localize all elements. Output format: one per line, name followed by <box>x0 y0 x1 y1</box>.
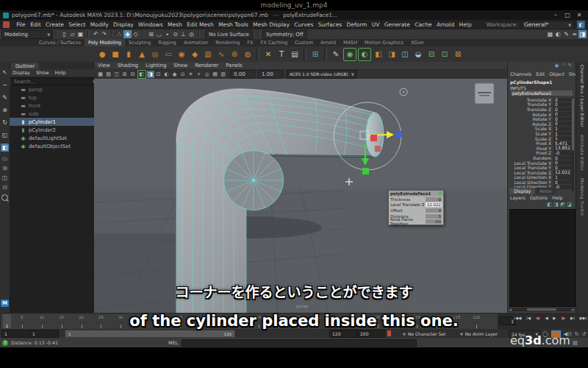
poly-pipe-icon[interactable]: ▥ <box>202 49 214 60</box>
construction-plane-icon[interactable]: ⊞ <box>309 49 321 60</box>
shelf-tab-rigging[interactable]: Rigging <box>154 39 180 46</box>
side-tab-channel-box-layer-editor[interactable]: Channel Box / Layer Editor <box>580 65 584 127</box>
shelf-tab-motion-graphics[interactable]: Motion Graphics <box>361 39 407 46</box>
snap-live-icon[interactable]: ◎ <box>187 30 196 38</box>
channelbox-speed-icon[interactable]: ◠ <box>560 63 567 68</box>
new-layer-selected-icon[interactable]: ◨ <box>553 202 559 208</box>
editor-toggle-icon[interactable]: ≡ <box>570 30 578 38</box>
channel-box-menu-object[interactable]: Object <box>549 71 564 77</box>
symmetry-field[interactable]: Symmetry: Off <box>262 30 307 39</box>
window-title-bar[interactable]: polygon67.mb* - Autodesk MAYA 2023.1: D:… <box>0 10 588 20</box>
search-input[interactable]: Search... ▼ <box>11 77 98 85</box>
menu-arnold[interactable]: Arnold <box>437 21 454 28</box>
paint-select-tool-icon[interactable]: ✎ <box>1 93 9 102</box>
hud-row-offset[interactable]: Offset0 <box>389 208 443 213</box>
file-open-icon[interactable]: ▱ <box>68 30 76 38</box>
attr-value-field[interactable]: -0 <box>553 151 573 155</box>
snap-curve-icon[interactable]: ◡ <box>155 30 163 38</box>
file-new-icon[interactable]: ▯ <box>60 30 68 38</box>
menu-modify[interactable]: Modify <box>90 21 109 28</box>
outliner-item-pcylinder2[interactable]: ▮pCylinder2 <box>10 126 94 134</box>
manipulator-red-handle[interactable] <box>370 135 377 141</box>
new-layer-move-icon[interactable]: ◪ <box>566 202 573 208</box>
hud-row-value[interactable]: 1 <box>426 214 442 219</box>
hud-row-value[interactable]: 12.022 <box>426 202 442 207</box>
layout-single-pane-icon[interactable]: ▭ <box>1 155 9 162</box>
side-tab-attribute-editor[interactable]: Attribute Editor <box>580 135 584 171</box>
field-chart-icon[interactable]: ▤ <box>212 71 219 78</box>
channelbox-hyperbolic-icon[interactable]: ✎ <box>567 63 573 68</box>
outliner-item-defaultobjectset[interactable]: ◉defaultObjectSet <box>10 142 94 150</box>
workspace-settings-icon[interactable]: ◧ <box>577 21 585 29</box>
select-object-icon[interactable]: ◈ <box>123 30 132 38</box>
menu-uv[interactable]: UV <box>372 21 380 28</box>
gamma-field[interactable]: 1.00 <box>258 70 283 79</box>
help-icon[interactable]: ? <box>2 340 8 346</box>
undo-icon[interactable]: ↶ <box>92 30 100 38</box>
file-save-icon[interactable]: ▣ <box>76 30 85 38</box>
scroll-right-icon[interactable]: ▶ <box>572 308 574 311</box>
last-tool-extrude-icon[interactable]: ◧ <box>1 144 9 152</box>
extrude-hud-panel[interactable]: polyExtrudeFace1 Thickness0Local Transla… <box>388 190 444 225</box>
move-tool-icon[interactable]: ⊕ <box>1 106 9 114</box>
menu-create[interactable]: Create <box>46 21 64 28</box>
snap-grid-icon[interactable]: ⊞ <box>147 30 155 38</box>
multisample-icon[interactable]: + <box>196 71 203 78</box>
shadows-icon[interactable]: ◉ <box>171 71 179 78</box>
camera-attributes-icon[interactable]: ◫ <box>113 71 121 78</box>
magnifier-icon[interactable] <box>1 194 8 201</box>
snap-point-icon[interactable]: ∙ <box>163 30 171 38</box>
lock-camera-icon[interactable]: ▧ <box>105 71 112 78</box>
extrude-icon[interactable]: ◧ <box>373 49 384 60</box>
layer-tab-anim[interactable]: Anim <box>535 188 556 194</box>
menu-windows[interactable]: Windows <box>138 21 162 28</box>
new-empty-layer-icon[interactable]: ◧ <box>546 202 553 208</box>
menu-mesh-tools[interactable]: Mesh Tools <box>218 21 248 28</box>
minimize-button[interactable]: – <box>550 12 562 18</box>
playback-start-field[interactable]: 1 <box>29 330 59 338</box>
menu-file[interactable]: File <box>16 21 26 28</box>
viewport-menu-panels[interactable]: Panels <box>226 63 243 68</box>
layout-two-pane-stacked-icon[interactable]: ⊟ <box>1 184 9 191</box>
channel-box-menu-edit[interactable]: Edit <box>536 71 545 77</box>
shelf-tab-fx-caching[interactable]: FX Caching <box>257 39 292 46</box>
resolution-gate-icon[interactable]: ▥ <box>220 71 227 78</box>
menu-set-dropdown[interactable]: Modeling ▼ <box>1 30 53 39</box>
menu-mesh[interactable]: Mesh <box>168 21 182 28</box>
viewport-canvas[interactable]: persp <box>94 79 507 313</box>
outliner-menu-help[interactable]: Help <box>55 70 66 76</box>
poly-helix-icon[interactable]: ∿ <box>215 49 227 60</box>
attr-value-field[interactable]: 0 <box>553 160 573 165</box>
shelf-tab-sculpting[interactable]: Sculpting <box>125 39 154 46</box>
exposure-field[interactable]: 0.00 <box>230 70 255 79</box>
platonic-solid-icon[interactable]: ◆ <box>189 49 201 60</box>
select-component-icon[interactable]: ◇ <box>132 30 140 38</box>
redo-icon[interactable]: ↷ <box>100 30 108 38</box>
outliner-item-pcylinder1[interactable]: ▮pCylinder1 <box>10 118 94 126</box>
menu-display[interactable]: Display <box>113 21 134 28</box>
channelbox-manip-icon[interactable]: ◉ <box>553 63 560 68</box>
close-button[interactable]: ✕ <box>573 12 585 18</box>
hud-row-thickness[interactable]: Thickness0 <box>389 197 443 202</box>
viewport-cube-hud-icon[interactable] <box>475 83 494 104</box>
channel-box-scrollbar[interactable] <box>572 97 574 191</box>
layer-menu-layers[interactable]: Layers <box>510 195 526 200</box>
maximize-button[interactable]: □ <box>562 12 573 18</box>
layout-two-pane-side-icon[interactable]: ◫ <box>1 174 9 181</box>
shelf-tab-arnold[interactable]: Arnold <box>317 39 340 46</box>
new-layer-empty-move-icon[interactable]: ◩ <box>559 202 566 208</box>
attr-value-field[interactable]: 1 <box>553 136 573 141</box>
colorspace-dropdown[interactable]: ACES 1.0 SDR-video (sRGB) ▼ <box>287 70 357 79</box>
mel-command-input[interactable] <box>182 339 417 347</box>
attr-value-field[interactable]: 1 <box>553 175 573 180</box>
attr-value-field[interactable]: 1 <box>553 127 573 131</box>
shading-smooth-icon[interactable]: ◧ <box>137 70 146 79</box>
workspace-dropdown[interactable]: General* ▼ <box>521 21 574 29</box>
screen-space-ao-icon[interactable]: ⊙ <box>179 71 187 78</box>
type-tool-icon[interactable]: T <box>276 49 287 60</box>
shelf-tab-fx[interactable]: FX <box>243 39 257 46</box>
channel-box-menu-channels[interactable]: Channels <box>510 71 531 77</box>
hud-row-local-translate-z[interactable]: Local Translate Z12.022 <box>389 202 443 208</box>
viewport-menu-view[interactable]: View <box>98 63 110 68</box>
shelf-tab-curves-surfaces[interactable]: Curves / Surfaces <box>35 39 85 46</box>
